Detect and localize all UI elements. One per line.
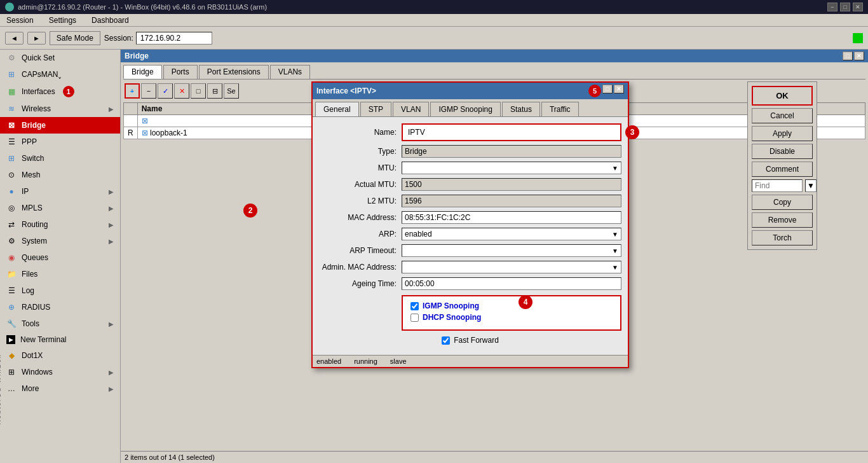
forward-button[interactable]: ► (27, 32, 46, 45)
sidebar-item-log[interactable]: ☰ Log (0, 282, 120, 299)
sidebar-item-more[interactable]: … More ▶ (0, 380, 120, 397)
dialog-tab-traffic[interactable]: Traffic (541, 102, 579, 116)
dialog-maximize-button[interactable]: □ (602, 85, 613, 93)
dhcp-snooping-checkbox[interactable] (410, 314, 419, 322)
copy-button[interactable]: Copy (752, 195, 813, 210)
sidebar-label-windows: Windows (22, 368, 53, 377)
dialog-tab-general[interactable]: General (315, 102, 359, 116)
sidebar-label-interfaces: Interfaces (22, 87, 55, 96)
badge-4: 4 (519, 295, 532, 309)
disable-button[interactable]: Disable (752, 144, 813, 159)
mpls-arrow: ▶ (109, 205, 114, 212)
badge-1: 1 (63, 86, 74, 97)
back-button[interactable]: ◄ (5, 32, 24, 45)
arp-select[interactable]: enabled ▼ (402, 228, 621, 240)
close-button[interactable]: ✕ (853, 3, 863, 11)
cancel-button[interactable]: Cancel (752, 108, 813, 123)
checkbox-group: 4 IGMP Snooping DHCP Snooping (402, 295, 621, 331)
mac-input[interactable] (402, 211, 621, 224)
window-controls[interactable]: − □ ✕ (827, 3, 863, 11)
fast-forward-checkbox[interactable] (442, 336, 450, 345)
menu-settings[interactable]: Settings (45, 15, 80, 26)
row1-type: Bridge (604, 115, 865, 127)
interface-dialog: Interface <IPTV> 5 □ ✕ General STP VLAN … (311, 81, 629, 368)
routing-icon: ⇄ (6, 219, 17, 230)
bridge-check-button[interactable]: ✓ (158, 83, 173, 99)
minimize-button[interactable]: − (827, 3, 837, 11)
sidebar-item-radius[interactable]: ⊕ RADIUS (0, 299, 120, 315)
menu-dashboard[interactable]: Dashboard (88, 15, 133, 26)
bridge-square-button[interactable]: □ (191, 83, 206, 99)
bridge-add-button[interactable]: + (125, 83, 140, 99)
sidebar-item-bridge[interactable]: ⊠ Bridge (0, 117, 120, 134)
admin-mac-select[interactable]: ▼ (402, 261, 621, 273)
remove-button[interactable]: Remove (752, 212, 813, 228)
bridge-maximize-button[interactable]: □ (843, 52, 853, 60)
form-row-ageing: Ageing Time: (319, 277, 621, 290)
arp-timeout-select[interactable]: ▼ (402, 244, 621, 257)
sidebar-item-dot1x[interactable]: ◆ Dot1X (0, 347, 120, 364)
sidebar-item-windows[interactable]: ⊞ Windows ▶ (0, 364, 120, 380)
comment-button[interactable]: Comment (752, 162, 813, 177)
sidebar-item-mpls[interactable]: ◎ MPLS ▶ (0, 200, 120, 216)
sidebar: ⚙ Quick Set ⊞ CAPsMANˬ ▦ Interfaces 1 ≋ … (0, 50, 121, 463)
sidebar-label-switch: Switch (22, 154, 44, 163)
sidebar-item-quick-set[interactable]: ⚙ Quick Set (0, 50, 120, 66)
bridge-close-button[interactable]: ✕ (854, 52, 864, 60)
form-row-name: Name: 3 (319, 123, 621, 141)
find-dropdown[interactable]: ▼ (805, 179, 817, 192)
bridge-window-controls[interactable]: □ ✕ (843, 52, 864, 60)
sidebar-label-more: More (22, 384, 39, 393)
sidebar-label-system: System (22, 237, 47, 245)
bridge-tab-bridge[interactable]: Bridge (123, 65, 162, 79)
bridge-tab-ports[interactable]: Ports (163, 65, 198, 79)
find-input[interactable] (752, 179, 803, 192)
session-input[interactable] (136, 32, 212, 45)
dialog-tab-status[interactable]: Status (502, 102, 540, 116)
igmp-snooping-label: IGMP Snooping (423, 301, 479, 310)
igmp-snooping-checkbox[interactable] (410, 302, 419, 310)
type-value (402, 145, 621, 158)
sidebar-item-queues[interactable]: ◉ Queues (0, 249, 120, 266)
sidebar-item-files[interactable]: 📁 Files (0, 266, 120, 282)
buttons-panel: OK Cancel Apply Disable Comment ▼ Copy R… (747, 81, 817, 250)
sidebar-item-wireless[interactable]: ≋ Wireless ▶ (0, 100, 120, 117)
bridge-tab-port-extensions[interactable]: Port Extensions (199, 65, 269, 79)
sidebar-item-system[interactable]: ⚙ System ▶ (0, 233, 120, 249)
sidebar-item-capsman[interactable]: ⊞ CAPsMANˬ (0, 66, 120, 83)
sidebar-label-routing: Routing (22, 220, 48, 229)
sidebar-item-ppp[interactable]: ☰ PPP (0, 134, 120, 150)
dialog-tab-igmp-snooping[interactable]: IGMP Snooping (430, 102, 501, 116)
dialog-tab-vlan[interactable]: VLAN (393, 102, 429, 116)
ok-button[interactable]: OK (752, 86, 813, 106)
safe-mode-button[interactable]: Safe Mode (50, 31, 100, 45)
sidebar-item-ip[interactable]: ● IP ▶ (0, 183, 120, 200)
dialog-controls[interactable]: 5 □ ✕ (588, 85, 624, 97)
menu-session[interactable]: Session (3, 15, 37, 26)
bridge-filter-button[interactable]: ⊟ (207, 83, 222, 99)
files-icon: 📁 (6, 269, 17, 279)
sidebar-item-routing[interactable]: ⇄ Routing ▶ (0, 216, 120, 233)
dialog-tab-stp[interactable]: STP (360, 102, 391, 116)
row2-type: Bridge (604, 127, 865, 139)
apply-button[interactable]: Apply (752, 126, 813, 141)
mtu-arrow: ▼ (612, 165, 618, 172)
name-input[interactable] (405, 126, 618, 139)
bridge-tab-vlans[interactable]: VLANs (270, 65, 310, 79)
bridge-x-button[interactable]: ✕ (174, 83, 189, 99)
bridge-settings-button[interactable]: Se (224, 83, 239, 99)
maximize-button[interactable]: □ (840, 3, 850, 11)
sidebar-item-switch[interactable]: ⊞ Switch (0, 150, 120, 167)
dialog-close-button[interactable]: ✕ (614, 85, 624, 93)
ageing-input[interactable] (402, 277, 621, 290)
sidebar-label-log: Log (22, 286, 34, 295)
sidebar-item-tools[interactable]: 🔧 Tools ▶ (0, 315, 120, 332)
mtu-select[interactable]: ▼ (402, 162, 621, 174)
sidebar-item-new-terminal[interactable]: ▶ New Terminal (0, 332, 120, 347)
sidebar-item-mesh[interactable]: ⊙ Mesh (0, 167, 120, 183)
dialog-body: Name: 3 Type: MTU: (313, 117, 628, 355)
form-row-mtu: MTU: ▼ (319, 162, 621, 174)
sidebar-item-interfaces[interactable]: ▦ Interfaces 1 (0, 83, 120, 100)
torch-button[interactable]: Torch (752, 230, 813, 245)
bridge-delete-button[interactable]: − (141, 83, 156, 99)
